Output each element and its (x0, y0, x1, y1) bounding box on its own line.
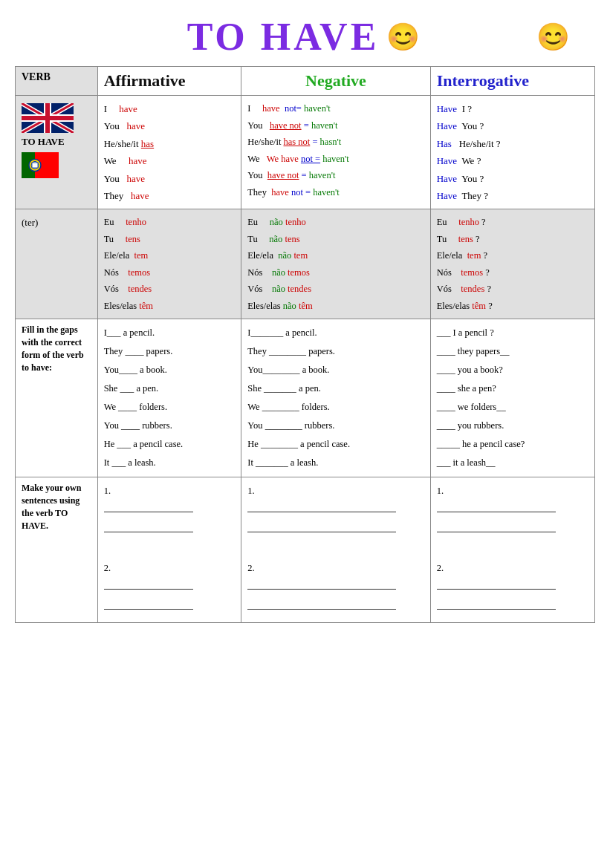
uk-flag (22, 103, 74, 133)
int-pt-rows: Eu tenho ? Tu tens ? Ele/ela tem ? Nós t… (437, 214, 588, 314)
neg-they-v: have (271, 187, 289, 198)
neg-he-v: has not (284, 137, 311, 147)
int-have-they: Have (437, 190, 457, 201)
neg-en-rows: I have not= haven't You have not = haven… (247, 100, 424, 200)
header-verb: VERB (16, 67, 98, 96)
fill-row: Fill in the gaps with the correct form o… (16, 319, 595, 477)
fill-negative-cell: I_______ a pencil. They ________ papers.… (241, 319, 430, 477)
to-have-label: TO HAVE (22, 136, 91, 148)
ter-label: (ter) (22, 217, 91, 229)
negative-en-cell: I have not= haven't You have not = haven… (241, 96, 430, 209)
fill-affirmative-content: I___ a pencil. They ____ papers. You____… (104, 324, 236, 472)
int-en-rows: Have I ? Have You ? Has He/she/it ? Have… (437, 100, 588, 204)
portuguese-row: (ter) Eu tenho Tu tens Ele/ela tem Nós t… (16, 209, 595, 319)
neg-pt-rows: Eu não tenho Tu não tens Ele/ela não tem… (247, 214, 424, 314)
header-interrogative: Interrogative (430, 67, 594, 96)
interrogative-label: Interrogative (437, 71, 529, 90)
verb-flag-cell: TO HAVE (16, 96, 98, 209)
aff-pt-rows: Eu tenho Tu tens Ele/ela tem Nós temos V… (104, 214, 236, 314)
make-interrogative-cell: 1. 2. (430, 477, 594, 623)
make-affirmative-cell: 1. 2. (97, 477, 241, 623)
aff-you2: have (126, 173, 145, 184)
make-interrogative-content: 1. 2. (437, 482, 588, 618)
aff-i: have (119, 103, 137, 114)
neg-we-v: We have (267, 154, 299, 164)
aff-en-rows: I have You have He/she/it has We have Yo… (104, 100, 236, 204)
make-negative-content: 1. 2. (247, 482, 424, 618)
interrogative-en-cell: Have I ? Have You ? Has He/she/it ? Have… (430, 96, 594, 209)
affirmative-label: Affirmative (104, 71, 186, 90)
emoji-middle: 😊 (386, 22, 423, 53)
aff-we: have (129, 155, 147, 166)
fill-label-cell: Fill in the gaps with the correct form o… (16, 319, 98, 477)
fill-affirmative-cell: I___ a pencil. They ____ papers. You____… (97, 319, 241, 477)
make-label-text: Make your own sentences using the verb T… (22, 482, 91, 532)
header-negative: Negative (241, 67, 430, 96)
verb-header-label: VERB (22, 71, 51, 82)
negative-label: Negative (305, 71, 366, 90)
main-table: VERB Affirmative Negative Interrogative (15, 66, 595, 623)
int-has: Has (437, 138, 452, 149)
neg-you-v: have not (270, 120, 302, 131)
svg-rect-13 (32, 163, 38, 168)
int-have-i: Have (437, 103, 457, 114)
interrogative-pt-cell: Eu tenho ? Tu tens ? Ele/ela tem ? Nós t… (430, 209, 594, 319)
neg-i-v: have (262, 103, 280, 114)
aff-he: has (141, 138, 154, 149)
aff-you: have (126, 120, 145, 131)
fill-interrogative-cell: ___ I a pencil ? ____ they papers__ ____… (430, 319, 594, 477)
ter-cell: (ter) (16, 209, 98, 319)
aff-they: have (131, 190, 149, 201)
page-wrapper: TO HAVE 😊 😊 VERB Affirmative Negative In… (15, 15, 595, 623)
page-title: TO HAVE 😊 😊 (15, 15, 595, 59)
neg-you2-v: have not (267, 170, 299, 180)
pt-flag (22, 152, 59, 178)
header-affirmative: Affirmative (97, 67, 241, 96)
header-row: VERB Affirmative Negative Interrogative (16, 67, 595, 96)
int-have-we: Have (437, 155, 457, 166)
fill-label-text: Fill in the gaps with the correct form o… (22, 324, 91, 373)
make-affirmative-content: 1. 2. (104, 482, 236, 618)
fill-negative-content: I_______ a pencil. They ________ papers.… (247, 324, 424, 472)
fill-interrogative-content: ___ I a pencil ? ____ they papers__ ____… (437, 324, 588, 472)
affirmative-en-cell: I have You have He/she/it has We have Yo… (97, 96, 241, 209)
make-label-cell: Make your own sentences using the verb T… (16, 477, 98, 623)
affirmative-pt-cell: Eu tenho Tu tens Ele/ela tem Nós temos V… (97, 209, 241, 319)
emoji-right: 😊 (536, 22, 573, 53)
int-have-you2: Have (437, 173, 457, 184)
make-row: Make your own sentences using the verb T… (16, 477, 595, 623)
int-have-you: Have (437, 120, 457, 131)
make-negative-cell: 1. 2. (241, 477, 430, 623)
title-text: TO HAVE (187, 15, 380, 59)
negative-pt-cell: Eu não tenho Tu não tens Ele/ela não tem… (241, 209, 430, 319)
english-row: TO HAVE I have You have He/she/it has We (16, 96, 595, 209)
